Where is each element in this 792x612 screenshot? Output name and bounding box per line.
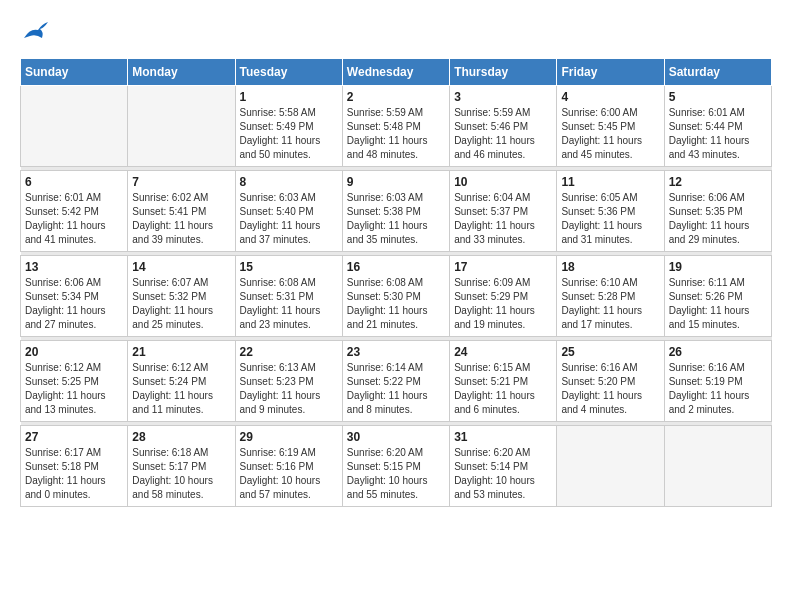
calendar-day-cell: 15Sunrise: 6:08 AM Sunset: 5:31 PM Dayli… xyxy=(235,256,342,337)
calendar-day-cell: 22Sunrise: 6:13 AM Sunset: 5:23 PM Dayli… xyxy=(235,341,342,422)
day-info: Sunrise: 6:03 AM Sunset: 5:38 PM Dayligh… xyxy=(347,191,445,247)
calendar-week-row: 20Sunrise: 6:12 AM Sunset: 5:25 PM Dayli… xyxy=(21,341,772,422)
day-info: Sunrise: 6:08 AM Sunset: 5:30 PM Dayligh… xyxy=(347,276,445,332)
day-info: Sunrise: 6:12 AM Sunset: 5:24 PM Dayligh… xyxy=(132,361,230,417)
calendar-day-cell: 4Sunrise: 6:00 AM Sunset: 5:45 PM Daylig… xyxy=(557,86,664,167)
calendar-day-cell xyxy=(557,426,664,507)
calendar-day-cell: 8Sunrise: 6:03 AM Sunset: 5:40 PM Daylig… xyxy=(235,171,342,252)
calendar-day-cell: 29Sunrise: 6:19 AM Sunset: 5:16 PM Dayli… xyxy=(235,426,342,507)
calendar-day-cell: 26Sunrise: 6:16 AM Sunset: 5:19 PM Dayli… xyxy=(664,341,771,422)
day-info: Sunrise: 6:16 AM Sunset: 5:20 PM Dayligh… xyxy=(561,361,659,417)
calendar-week-row: 27Sunrise: 6:17 AM Sunset: 5:18 PM Dayli… xyxy=(21,426,772,507)
day-number: 10 xyxy=(454,175,552,189)
day-number: 31 xyxy=(454,430,552,444)
calendar-table: SundayMondayTuesdayWednesdayThursdayFrid… xyxy=(20,58,772,507)
calendar-day-cell: 25Sunrise: 6:16 AM Sunset: 5:20 PM Dayli… xyxy=(557,341,664,422)
day-of-week-header: Monday xyxy=(128,59,235,86)
header xyxy=(20,20,772,42)
day-info: Sunrise: 6:20 AM Sunset: 5:15 PM Dayligh… xyxy=(347,446,445,502)
day-number: 11 xyxy=(561,175,659,189)
calendar-day-cell: 17Sunrise: 6:09 AM Sunset: 5:29 PM Dayli… xyxy=(450,256,557,337)
day-number: 29 xyxy=(240,430,338,444)
calendar-day-cell: 9Sunrise: 6:03 AM Sunset: 5:38 PM Daylig… xyxy=(342,171,449,252)
day-number: 16 xyxy=(347,260,445,274)
day-number: 28 xyxy=(132,430,230,444)
calendar-day-cell: 28Sunrise: 6:18 AM Sunset: 5:17 PM Dayli… xyxy=(128,426,235,507)
day-number: 14 xyxy=(132,260,230,274)
day-info: Sunrise: 6:06 AM Sunset: 5:34 PM Dayligh… xyxy=(25,276,123,332)
day-info: Sunrise: 5:59 AM Sunset: 5:46 PM Dayligh… xyxy=(454,106,552,162)
day-number: 23 xyxy=(347,345,445,359)
day-info: Sunrise: 6:01 AM Sunset: 5:44 PM Dayligh… xyxy=(669,106,767,162)
day-number: 25 xyxy=(561,345,659,359)
calendar-day-cell: 3Sunrise: 5:59 AM Sunset: 5:46 PM Daylig… xyxy=(450,86,557,167)
day-number: 30 xyxy=(347,430,445,444)
logo-bird-icon xyxy=(22,20,50,42)
day-info: Sunrise: 6:15 AM Sunset: 5:21 PM Dayligh… xyxy=(454,361,552,417)
day-number: 4 xyxy=(561,90,659,104)
calendar-day-cell: 23Sunrise: 6:14 AM Sunset: 5:22 PM Dayli… xyxy=(342,341,449,422)
calendar-day-cell: 10Sunrise: 6:04 AM Sunset: 5:37 PM Dayli… xyxy=(450,171,557,252)
day-number: 8 xyxy=(240,175,338,189)
day-number: 9 xyxy=(347,175,445,189)
calendar-day-cell xyxy=(21,86,128,167)
calendar-day-cell: 12Sunrise: 6:06 AM Sunset: 5:35 PM Dayli… xyxy=(664,171,771,252)
day-number: 7 xyxy=(132,175,230,189)
day-info: Sunrise: 6:06 AM Sunset: 5:35 PM Dayligh… xyxy=(669,191,767,247)
day-of-week-header: Friday xyxy=(557,59,664,86)
logo xyxy=(20,20,50,42)
day-of-week-header: Wednesday xyxy=(342,59,449,86)
calendar-day-cell: 20Sunrise: 6:12 AM Sunset: 5:25 PM Dayli… xyxy=(21,341,128,422)
day-info: Sunrise: 6:11 AM Sunset: 5:26 PM Dayligh… xyxy=(669,276,767,332)
day-info: Sunrise: 6:17 AM Sunset: 5:18 PM Dayligh… xyxy=(25,446,123,502)
calendar-day-cell: 13Sunrise: 6:06 AM Sunset: 5:34 PM Dayli… xyxy=(21,256,128,337)
day-info: Sunrise: 6:12 AM Sunset: 5:25 PM Dayligh… xyxy=(25,361,123,417)
day-of-week-header: Thursday xyxy=(450,59,557,86)
day-number: 21 xyxy=(132,345,230,359)
calendar-day-cell: 18Sunrise: 6:10 AM Sunset: 5:28 PM Dayli… xyxy=(557,256,664,337)
calendar-day-cell: 5Sunrise: 6:01 AM Sunset: 5:44 PM Daylig… xyxy=(664,86,771,167)
day-info: Sunrise: 6:10 AM Sunset: 5:28 PM Dayligh… xyxy=(561,276,659,332)
day-info: Sunrise: 6:03 AM Sunset: 5:40 PM Dayligh… xyxy=(240,191,338,247)
calendar-day-cell: 21Sunrise: 6:12 AM Sunset: 5:24 PM Dayli… xyxy=(128,341,235,422)
calendar-header-row: SundayMondayTuesdayWednesdayThursdayFrid… xyxy=(21,59,772,86)
calendar-day-cell: 2Sunrise: 5:59 AM Sunset: 5:48 PM Daylig… xyxy=(342,86,449,167)
day-info: Sunrise: 5:58 AM Sunset: 5:49 PM Dayligh… xyxy=(240,106,338,162)
day-info: Sunrise: 6:19 AM Sunset: 5:16 PM Dayligh… xyxy=(240,446,338,502)
day-number: 3 xyxy=(454,90,552,104)
calendar-day-cell: 16Sunrise: 6:08 AM Sunset: 5:30 PM Dayli… xyxy=(342,256,449,337)
day-number: 5 xyxy=(669,90,767,104)
day-info: Sunrise: 6:13 AM Sunset: 5:23 PM Dayligh… xyxy=(240,361,338,417)
day-of-week-header: Saturday xyxy=(664,59,771,86)
calendar-day-cell: 19Sunrise: 6:11 AM Sunset: 5:26 PM Dayli… xyxy=(664,256,771,337)
day-number: 2 xyxy=(347,90,445,104)
calendar-day-cell: 11Sunrise: 6:05 AM Sunset: 5:36 PM Dayli… xyxy=(557,171,664,252)
calendar-day-cell xyxy=(128,86,235,167)
calendar-week-row: 6Sunrise: 6:01 AM Sunset: 5:42 PM Daylig… xyxy=(21,171,772,252)
day-of-week-header: Tuesday xyxy=(235,59,342,86)
calendar-day-cell: 6Sunrise: 6:01 AM Sunset: 5:42 PM Daylig… xyxy=(21,171,128,252)
day-number: 15 xyxy=(240,260,338,274)
day-info: Sunrise: 5:59 AM Sunset: 5:48 PM Dayligh… xyxy=(347,106,445,162)
day-number: 20 xyxy=(25,345,123,359)
day-number: 1 xyxy=(240,90,338,104)
calendar-week-row: 13Sunrise: 6:06 AM Sunset: 5:34 PM Dayli… xyxy=(21,256,772,337)
day-info: Sunrise: 6:02 AM Sunset: 5:41 PM Dayligh… xyxy=(132,191,230,247)
day-info: Sunrise: 6:04 AM Sunset: 5:37 PM Dayligh… xyxy=(454,191,552,247)
day-number: 18 xyxy=(561,260,659,274)
calendar-day-cell xyxy=(664,426,771,507)
calendar-day-cell: 1Sunrise: 5:58 AM Sunset: 5:49 PM Daylig… xyxy=(235,86,342,167)
day-info: Sunrise: 6:18 AM Sunset: 5:17 PM Dayligh… xyxy=(132,446,230,502)
day-info: Sunrise: 6:07 AM Sunset: 5:32 PM Dayligh… xyxy=(132,276,230,332)
day-info: Sunrise: 6:14 AM Sunset: 5:22 PM Dayligh… xyxy=(347,361,445,417)
day-number: 22 xyxy=(240,345,338,359)
day-info: Sunrise: 6:01 AM Sunset: 5:42 PM Dayligh… xyxy=(25,191,123,247)
day-number: 6 xyxy=(25,175,123,189)
calendar-day-cell: 30Sunrise: 6:20 AM Sunset: 5:15 PM Dayli… xyxy=(342,426,449,507)
calendar-day-cell: 27Sunrise: 6:17 AM Sunset: 5:18 PM Dayli… xyxy=(21,426,128,507)
day-number: 17 xyxy=(454,260,552,274)
day-info: Sunrise: 6:08 AM Sunset: 5:31 PM Dayligh… xyxy=(240,276,338,332)
day-info: Sunrise: 6:09 AM Sunset: 5:29 PM Dayligh… xyxy=(454,276,552,332)
day-info: Sunrise: 6:16 AM Sunset: 5:19 PM Dayligh… xyxy=(669,361,767,417)
day-number: 27 xyxy=(25,430,123,444)
